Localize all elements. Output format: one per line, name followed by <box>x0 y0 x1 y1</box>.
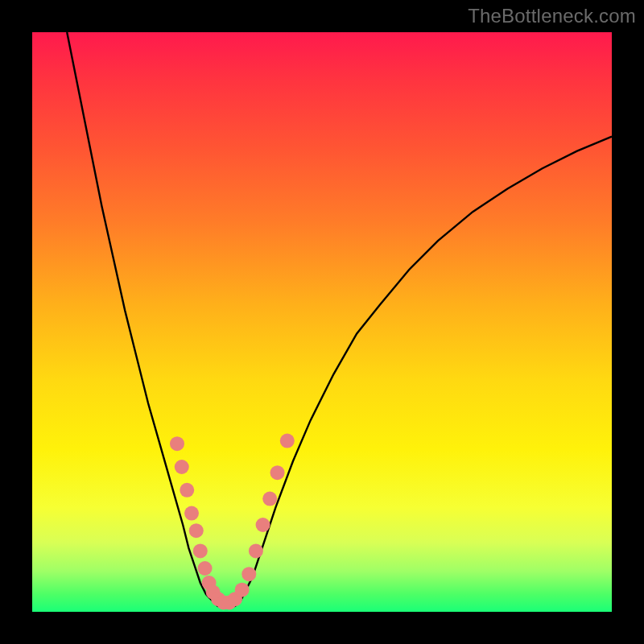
marker-group <box>170 434 295 610</box>
marker-dot <box>193 543 208 558</box>
watermark-text: TheBottleneck.com <box>468 5 636 27</box>
marker-dot <box>256 518 270 532</box>
chart-frame: TheBottleneck.com <box>0 0 644 644</box>
marker-dot <box>270 465 285 480</box>
chart-svg <box>32 32 612 612</box>
marker-dot <box>242 567 256 581</box>
marker-dot <box>189 523 204 538</box>
marker-dot <box>249 543 263 558</box>
curve-right <box>241 137 612 601</box>
marker-dot <box>170 436 184 451</box>
marker-dot <box>262 492 277 506</box>
marker-dot <box>235 583 250 597</box>
marker-dot <box>280 434 295 448</box>
plot-area <box>32 32 612 612</box>
marker-dot <box>184 506 199 521</box>
marker-dot <box>198 561 213 576</box>
marker-dot <box>180 483 194 497</box>
marker-dot <box>175 460 189 474</box>
